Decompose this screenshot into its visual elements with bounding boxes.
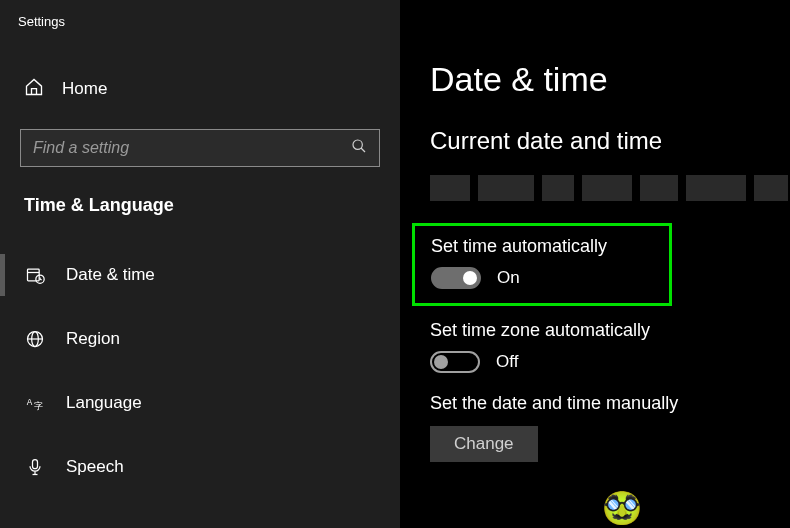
highlight-set-time-auto: Set time automatically On [412,223,672,306]
search-input[interactable] [33,139,351,157]
microphone-icon [24,456,46,478]
home-nav-item[interactable]: Home [0,69,400,109]
sidebar-item-label: Region [66,329,120,349]
svg-text:A: A [27,397,33,407]
sidebar-item-label: Speech [66,457,124,477]
set-time-auto-toggle[interactable] [431,267,481,289]
sidebar-item-region[interactable]: Region [0,314,400,364]
set-time-auto-state: On [497,268,520,288]
mascot-icon: 🥸 [602,492,642,524]
svg-rect-10 [33,460,38,469]
sidebar-item-label: Language [66,393,142,413]
calendar-clock-icon [24,264,46,286]
set-manual-label: Set the date and time manually [430,393,790,414]
set-tz-auto-toggle[interactable] [430,351,480,373]
settings-sidebar: Settings Home Time & Language Date & tim… [0,0,400,528]
svg-line-1 [361,148,365,152]
category-header: Time & Language [0,195,400,216]
svg-rect-2 [28,269,40,281]
sidebar-item-date-time[interactable]: Date & time [0,250,400,300]
search-icon [351,138,367,158]
toggle-knob [463,271,477,285]
home-label: Home [62,79,107,99]
set-tz-auto-label: Set time zone automatically [430,320,790,341]
main-content: Date & time Current date and time Set ti… [400,0,790,528]
sidebar-item-label: Date & time [66,265,155,285]
page-title: Date & time [430,60,790,99]
globe-icon [24,328,46,350]
svg-point-0 [353,140,362,149]
set-time-auto-label: Set time automatically [431,236,653,257]
change-button[interactable]: Change [430,426,538,462]
home-icon [24,77,44,101]
current-datetime-heading: Current date and time [430,127,790,155]
sidebar-item-language[interactable]: A字 Language [0,378,400,428]
search-box[interactable] [20,129,380,167]
current-datetime-obscured [430,175,790,201]
language-icon: A字 [24,392,46,414]
app-title: Settings [0,14,400,29]
sidebar-item-speech[interactable]: Speech [0,442,400,492]
svg-text:字: 字 [34,401,43,411]
set-tz-auto-state: Off [496,352,518,372]
toggle-knob [434,355,448,369]
